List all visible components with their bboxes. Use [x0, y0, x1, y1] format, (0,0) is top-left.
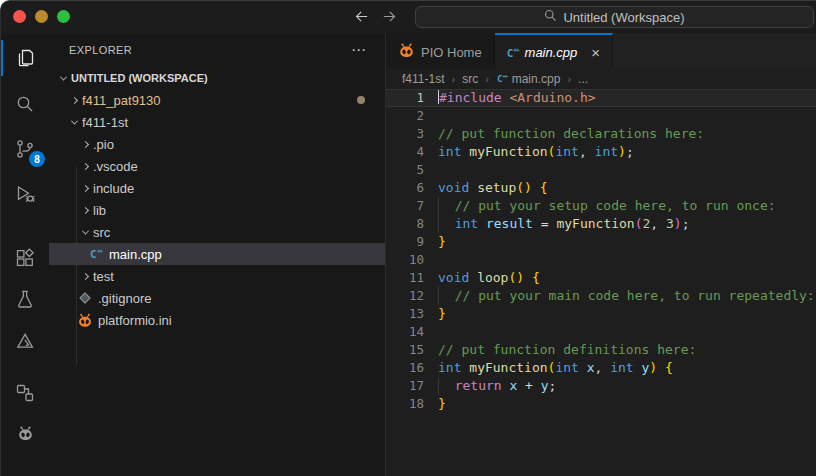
- breadcrumb-separator-icon: ›: [567, 73, 571, 85]
- tree-item-label: .gitignore: [98, 291, 151, 306]
- chevron-right-icon: [66, 98, 82, 103]
- tab-label: PIO Home: [421, 45, 482, 60]
- breadcrumb-item-src[interactable]: src: [462, 72, 478, 86]
- back-arrow-icon[interactable]: [353, 8, 370, 29]
- code-line-9[interactable]: 9}: [386, 233, 816, 251]
- code-line-14[interactable]: 14: [386, 323, 816, 341]
- explorer-icon[interactable]: [1, 38, 49, 78]
- line-content: return x + y;: [438, 377, 556, 395]
- line-number: 3: [386, 125, 424, 143]
- test-flask-icon[interactable]: [1, 279, 49, 319]
- line-content: void setup() {: [438, 179, 548, 197]
- activity-bar: 8: [1, 33, 49, 476]
- tree-item-label: src: [93, 225, 110, 240]
- line-content: void loop() {: [438, 269, 540, 287]
- search-icon: [544, 9, 557, 25]
- window-search-label: Untitled (Workspace): [563, 10, 684, 25]
- code-line-16[interactable]: 16int myFunction(int x, int y) {: [386, 359, 816, 377]
- close-window-button[interactable]: [13, 10, 26, 23]
- line-number: 2: [386, 107, 424, 125]
- tree-item-pio[interactable]: .pio: [49, 133, 385, 155]
- zoom-window-button[interactable]: [57, 10, 70, 23]
- tab-pio-home[interactable]: PIO Home: [386, 33, 495, 69]
- tree-item-label: platformio.ini: [98, 313, 172, 328]
- tree-item-gitignore[interactable]: .gitignore: [49, 287, 385, 309]
- tree-item-test[interactable]: test: [49, 265, 385, 287]
- code-line-17[interactable]: 17 return x + y;: [386, 377, 816, 395]
- sidebar-title: EXPLORER: [69, 44, 132, 56]
- code-line-13[interactable]: 13}: [386, 305, 816, 323]
- tree-item-f411-1st[interactable]: f411-1st: [49, 111, 385, 133]
- run-debug-icon[interactable]: [1, 174, 49, 214]
- line-number: 13: [386, 305, 424, 323]
- chevron-right-icon: [77, 208, 93, 213]
- line-number: 1: [386, 89, 424, 107]
- breadcrumb-item-[interactable]: ...: [578, 72, 588, 86]
- tree-item-untitled-workspace[interactable]: UNTITLED (WORKSPACE): [49, 67, 385, 89]
- code-line-3[interactable]: 3// put function declarations here:: [386, 125, 816, 143]
- line-number: 12: [386, 287, 424, 305]
- tab-main-cpp[interactable]: C++main.cpp×: [495, 33, 613, 69]
- tree-item-label: test: [93, 269, 114, 284]
- tree-item-include[interactable]: include: [49, 177, 385, 199]
- close-tab-icon[interactable]: ×: [591, 45, 600, 60]
- code-line-2[interactable]: 2: [386, 107, 816, 125]
- line-number: 6: [386, 179, 424, 197]
- code-line-6[interactable]: 6void setup() {: [386, 179, 816, 197]
- line-content: #include <Arduino.h>: [438, 89, 596, 107]
- tree-item-lib[interactable]: lib: [49, 199, 385, 221]
- pyramid-wrench-icon[interactable]: [1, 321, 49, 361]
- line-number: 16: [386, 359, 424, 377]
- line-number: 17: [386, 377, 424, 395]
- search-icon[interactable]: [1, 84, 49, 124]
- line-content: // put your main code here, to run repea…: [438, 287, 815, 305]
- tree-item-label: .pio: [93, 137, 114, 152]
- cpp-file-icon: C++: [88, 246, 104, 262]
- line-number: 14: [386, 323, 424, 341]
- cpp-file-icon: C++: [497, 73, 507, 85]
- chevron-right-icon: [77, 142, 93, 147]
- line-number: 9: [386, 233, 424, 251]
- chevron-down-icon: [66, 120, 82, 125]
- line-number: 4: [386, 143, 424, 161]
- modified-dot-badge: [357, 96, 365, 104]
- traffic-lights: [13, 10, 70, 23]
- line-content: // put your setup code here, to run once…: [438, 197, 776, 215]
- code-line-10[interactable]: 10: [386, 251, 816, 269]
- tree-item-main-cpp[interactable]: C++main.cpp: [49, 243, 385, 265]
- breadcrumb-item-main-cpp[interactable]: C++main.cpp: [496, 72, 561, 86]
- breadcrumb-label: f411-1st: [402, 72, 444, 86]
- tree-item-src[interactable]: src: [49, 221, 385, 243]
- more-actions-icon[interactable]: ⋯: [351, 45, 367, 55]
- tree-item-label: include: [93, 181, 134, 196]
- tree-item-label: f411_pat9130: [82, 93, 161, 108]
- code-line-4[interactable]: 4int myFunction(int, int);: [386, 143, 816, 161]
- code-line-7[interactable]: 7 // put your setup code here, to run on…: [386, 197, 816, 215]
- editor-code: 1#include <Arduino.h>23// put function d…: [386, 89, 816, 476]
- tree-item-vscode[interactable]: .vscode: [49, 155, 385, 177]
- breadcrumb-item-f411-1st[interactable]: f411-1st: [402, 72, 444, 86]
- line-number: 10: [386, 251, 424, 269]
- code-line-12[interactable]: 12 // put your main code here, to run re…: [386, 287, 816, 305]
- code-line-11[interactable]: 11void loop() {: [386, 269, 816, 287]
- code-line-8[interactable]: 8 int result = myFunction(2, 3);: [386, 215, 816, 233]
- code-line-15[interactable]: 15// put function definitions here:: [386, 341, 816, 359]
- tree-item-f411-pat9130[interactable]: f411_pat9130: [49, 89, 385, 111]
- tree-item-platformio-ini[interactable]: platformio.ini: [49, 309, 385, 331]
- minimize-window-button[interactable]: [35, 10, 48, 23]
- source-control-icon[interactable]: 8: [1, 129, 49, 169]
- window-search[interactable]: Untitled (Workspace): [415, 6, 814, 28]
- remote-explorer-icon[interactable]: [1, 373, 49, 413]
- tab-label: main.cpp: [525, 45, 578, 60]
- line-content: int myFunction(int x, int y) {: [438, 359, 673, 377]
- vscode-window: Untitled (Workspace) 8 EXPLORER ⋯ UNTITL…: [0, 0, 816, 476]
- forward-arrow-icon[interactable]: [381, 8, 398, 29]
- code-line-18[interactable]: 18}: [386, 395, 816, 413]
- code-line-5[interactable]: 5: [386, 161, 816, 179]
- platformio-home-icon[interactable]: [1, 413, 49, 453]
- code-line-1[interactable]: 1#include <Arduino.h>: [386, 89, 816, 107]
- line-number: 15: [386, 341, 424, 359]
- source-control-badge: 8: [29, 151, 45, 167]
- line-content: // put function declarations here:: [438, 125, 704, 143]
- extensions-icon[interactable]: [1, 238, 49, 278]
